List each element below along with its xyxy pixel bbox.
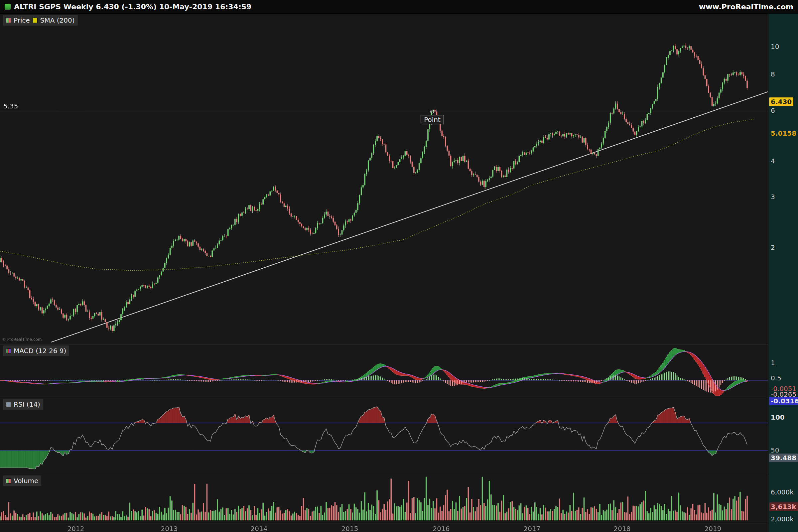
volume-series-icon — [6, 478, 11, 483]
rsi-series-icon — [6, 402, 11, 407]
rsi-legend-label: RSI (14) — [14, 400, 40, 408]
point-annotation-label[interactable]: Point — [421, 115, 444, 125]
chart-canvas[interactable] — [0, 0, 798, 532]
year-label-2016: 2016 — [433, 525, 450, 532]
price-tick-10: 10 — [771, 43, 779, 50]
macd-tick-1: 1 — [771, 359, 775, 366]
price-tick-6: 6 — [771, 107, 775, 114]
header-left: ALTRI SGPS Weekly 6.430 (-1.30%) 10-May-… — [5, 3, 251, 11]
horizontal-line-value[interactable]: 5.35 — [2, 102, 20, 110]
volume-legend[interactable]: Volume — [3, 475, 41, 487]
last-price-badge: 6.430 — [769, 97, 793, 106]
instrument-title: ALTRI SGPS Weekly 6.430 (-1.30%) 10-May-… — [14, 3, 251, 11]
price-series-icon — [6, 18, 11, 23]
year-label-2015: 2015 — [341, 525, 358, 532]
macd-signal-value: -0.0316 — [769, 397, 798, 405]
year-label-2014: 2014 — [251, 525, 268, 532]
volume-value-badge: 3,613k — [769, 502, 798, 511]
right-axis[interactable]: 10 8 6 6.430 5.0158 4 3 2 1 0.5 -0.0051 … — [768, 14, 798, 532]
price-tick-2: 2 — [771, 244, 775, 251]
volume-tick-low: 2,000k — [771, 515, 794, 523]
sma-value-badge: 5.0158 — [769, 129, 798, 138]
price-tick-4: 4 — [771, 157, 775, 165]
macd-tick-05: 0.5 — [771, 374, 781, 382]
header-bar: ALTRI SGPS Weekly 6.430 (-1.30%) 10-May-… — [0, 0, 798, 14]
price-legend-label: Price — [14, 16, 30, 24]
price-tick-8: 8 — [771, 71, 775, 78]
volume-tick-high: 6,000k — [771, 489, 794, 496]
macd-legend[interactable]: MACD (12 26 9) — [3, 345, 70, 357]
sma-series-icon — [33, 18, 38, 23]
macd-series-icon — [6, 348, 11, 354]
prorealtime-chart-window: ALTRI SGPS Weekly 6.430 (-1.30%) 10-May-… — [0, 0, 798, 532]
rsi-tick-100: 100 — [771, 414, 785, 421]
sma-legend-label: SMA (200) — [40, 16, 75, 24]
rsi-value-badge: 39.488 — [769, 454, 798, 462]
prorealtime-link[interactable]: www.ProRealTime.com — [699, 3, 793, 11]
macd-legend-label: MACD (12 26 9) — [14, 347, 66, 355]
year-label-2012: 2012 — [68, 525, 84, 532]
price-tick-3: 3 — [771, 193, 775, 201]
watermark: © ProRealTime.com — [2, 337, 42, 342]
year-label-2018: 2018 — [614, 525, 631, 532]
rsi-tick-50: 50 — [771, 446, 779, 454]
rsi-legend[interactable]: RSI (14) — [3, 399, 43, 410]
year-label-2013: 2013 — [161, 525, 178, 532]
year-label-2017: 2017 — [524, 525, 540, 532]
year-label-2019: 2019 — [705, 525, 722, 532]
price-legend[interactable]: Price SMA (200) — [3, 15, 78, 26]
app-icon — [5, 4, 11, 10]
volume-legend-label: Volume — [14, 477, 38, 485]
